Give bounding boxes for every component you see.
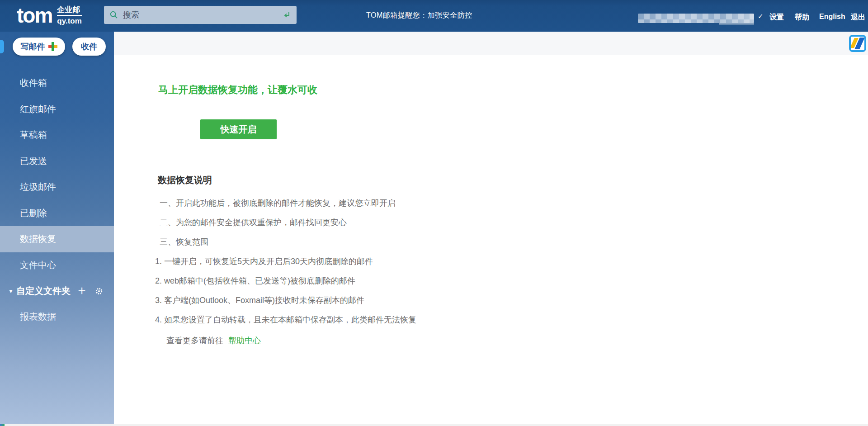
account-name-redacted[interactable] bbox=[638, 14, 754, 23]
main-content: 马上开启数据恢复功能，让覆水可收 快速开启 数据恢复说明 一、开启此功能后，被彻… bbox=[114, 55, 868, 424]
more-prefix: 查看更多请前往 bbox=[166, 336, 223, 345]
sidebar-item-flagged[interactable]: 红旗邮件 bbox=[0, 96, 114, 123]
sidebar-item-sent[interactable]: 已发送 bbox=[0, 148, 114, 175]
receive-button-label: 收件 bbox=[81, 41, 97, 52]
compose-plus-icon bbox=[48, 42, 57, 51]
horizontal-scrollbar[interactable] bbox=[0, 424, 868, 426]
sidebar-item-drafts[interactable]: 草稿箱 bbox=[0, 122, 114, 148]
sidebar-item-file-center[interactable]: 文件中心 bbox=[0, 252, 114, 279]
security-notice: TOM邮箱提醒您：加强安全防控 bbox=[366, 11, 472, 20]
search-input[interactable]: 搜索 bbox=[104, 6, 297, 24]
more-info-line: 查看更多请前往 帮助中心 bbox=[166, 331, 261, 350]
scrollbar-fleck bbox=[0, 424, 5, 426]
instruction-line: 2. web邮箱中(包括收件箱、已发送等)被彻底删除的邮件 bbox=[155, 271, 416, 291]
page-title: 马上开启数据恢复功能，让覆水可收 bbox=[158, 83, 317, 97]
instruction-line: 三、恢复范围 bbox=[155, 232, 416, 252]
sidebar-nav: 收件箱 红旗邮件 草稿箱 已发送 垃圾邮件 已删除 数据恢复 文件中心 bbox=[0, 70, 114, 278]
sidebar: 写邮件 收件 收件箱 红旗邮件 草稿箱 已发送 垃圾邮件 已删除 数据恢复 文件… bbox=[0, 32, 114, 426]
logout-link[interactable]: 退出 bbox=[851, 13, 865, 22]
brand-domain: qy.tom bbox=[57, 17, 81, 26]
top-bar: tom 企业邮 qy.tom 搜索 TOM邮箱提醒您：加强安全防控 ✓ 设置 帮… bbox=[0, 0, 868, 32]
sidebar-item-spam[interactable]: 垃圾邮件 bbox=[0, 174, 114, 200]
account-underline bbox=[719, 24, 754, 24]
sidebar-item-deleted[interactable]: 已删除 bbox=[0, 200, 114, 227]
sidebar-item-report-data[interactable]: 报表数据 bbox=[0, 304, 114, 330]
content-header-strip bbox=[114, 32, 868, 55]
search-placeholder: 搜索 bbox=[123, 9, 282, 20]
chart-app-badge-icon[interactable] bbox=[849, 35, 866, 52]
custom-folders-label: 自定义文件夹 bbox=[16, 285, 71, 297]
help-link-top[interactable]: 帮助 bbox=[795, 13, 809, 22]
instruction-line: 二、为您的邮件安全提供双重保护，邮件找回更安心 bbox=[155, 213, 416, 232]
sidebar-item-data-recovery[interactable]: 数据恢复 bbox=[0, 226, 114, 252]
language-link[interactable]: English bbox=[819, 13, 845, 21]
quick-enable-button[interactable]: 快速开启 bbox=[200, 119, 277, 139]
help-center-link[interactable]: 帮助中心 bbox=[228, 336, 261, 345]
custom-folder-list: 报表数据 bbox=[0, 304, 114, 330]
enter-icon[interactable] bbox=[282, 10, 291, 19]
search-icon bbox=[109, 10, 118, 19]
account-check-icon: ✓ bbox=[758, 12, 764, 20]
settings-link[interactable]: 设置 bbox=[769, 13, 784, 22]
receive-button[interactable]: 收件 bbox=[72, 38, 106, 56]
tom-logo: tom bbox=[17, 5, 52, 26]
section-title: 数据恢复说明 bbox=[158, 174, 212, 186]
compose-button[interactable]: 写邮件 bbox=[13, 38, 65, 56]
instruction-line: 3. 客户端(如Outlook、Foxmail等)接收时未保存副本的邮件 bbox=[155, 291, 416, 310]
compose-button-label: 写邮件 bbox=[21, 41, 45, 52]
instruction-line: 1. 一键开启，可恢复近5天内及开启后30天内彻底删除的邮件 bbox=[155, 252, 416, 271]
folder-gear-icon[interactable] bbox=[93, 278, 105, 304]
sidebar-item-inbox[interactable]: 收件箱 bbox=[0, 70, 114, 96]
instruction-line: 一、开启此功能后，被彻底删除的邮件才能恢复，建议您立即开启 bbox=[155, 194, 416, 213]
chevron-down-icon[interactable]: ▼ bbox=[8, 288, 16, 294]
brand: tom 企业邮 qy.tom bbox=[17, 5, 82, 26]
brand-product: 企业邮 bbox=[57, 5, 81, 16]
add-folder-icon[interactable]: ＋ bbox=[75, 278, 89, 304]
instruction-line: 4. 如果您设置了自动转载，且未在本邮箱中保存副本，此类邮件无法恢复 bbox=[155, 310, 416, 330]
instructions-list: 一、开启此功能后，被彻底删除的邮件才能恢复，建议您立即开启 二、为您的邮件安全提… bbox=[155, 194, 416, 330]
